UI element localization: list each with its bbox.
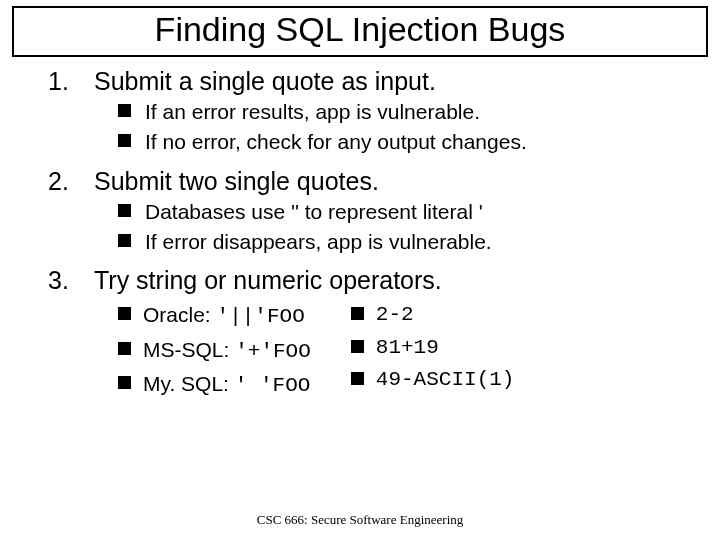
list-item: 2-2 [351, 299, 515, 332]
slide: Finding SQL Injection Bugs 1. Submit a s… [0, 6, 720, 540]
step-text: Try string or numeric operators. [94, 266, 442, 295]
square-bullet-icon [351, 307, 364, 320]
square-bullet-icon [118, 234, 131, 247]
op-label: Oracle: [143, 303, 217, 326]
slide-body: 1. Submit a single quote as input. If an… [0, 67, 720, 403]
list-item: If an error results, app is vulnerable. [118, 98, 692, 126]
square-bullet-icon [351, 340, 364, 353]
list-item-text: Oracle: '||'FOO [143, 299, 305, 334]
list-item-text: Databases use '' to represent literal ' [145, 198, 483, 226]
list-item-text: If error disappears, app is vulnerable. [145, 228, 492, 256]
step-text: Submit two single quotes. [94, 167, 379, 196]
list-item: 49-ASCII(1) [351, 364, 515, 397]
op-code: '||'FOO [217, 305, 305, 328]
step-2-subitems: Databases use '' to represent literal ' … [118, 198, 692, 257]
list-item-text: If an error results, app is vulnerable. [145, 98, 480, 126]
step-3-columns: Oracle: '||'FOO MS-SQL: '+'FOO My. SQL: … [118, 299, 692, 403]
square-bullet-icon [118, 204, 131, 217]
list-item-text: MS-SQL: '+'FOO [143, 334, 311, 369]
list-item: If error disappears, app is vulnerable. [118, 228, 692, 256]
list-item: 81+19 [351, 332, 515, 365]
step-3: 3. Try string or numeric operators. [48, 266, 692, 295]
list-item: MS-SQL: '+'FOO [118, 334, 311, 369]
list-item-text: If no error, check for any output change… [145, 128, 527, 156]
square-bullet-icon [351, 372, 364, 385]
square-bullet-icon [118, 342, 131, 355]
square-bullet-icon [118, 307, 131, 320]
step-2: 2. Submit two single quotes. [48, 167, 692, 196]
square-bullet-icon [118, 376, 131, 389]
list-item-text: My. SQL: ' 'FOO [143, 368, 310, 403]
list-item: If no error, check for any output change… [118, 128, 692, 156]
op-code: ' 'FOO [235, 374, 311, 397]
operators-right-column: 2-2 81+19 49-ASCII(1) [351, 299, 515, 403]
op-code: 2-2 [376, 299, 414, 332]
step-1-subitems: If an error results, app is vulnerable. … [118, 98, 692, 157]
op-code: '+'FOO [235, 340, 311, 363]
list-item: Oracle: '||'FOO [118, 299, 311, 334]
list-item: My. SQL: ' 'FOO [118, 368, 311, 403]
op-code: 81+19 [376, 332, 439, 365]
list-item: Databases use '' to represent literal ' [118, 198, 692, 226]
title-box: Finding SQL Injection Bugs [12, 6, 708, 57]
slide-title: Finding SQL Injection Bugs [22, 10, 698, 49]
step-text: Submit a single quote as input. [94, 67, 436, 96]
step-number: 3. [48, 266, 76, 295]
operators-left-column: Oracle: '||'FOO MS-SQL: '+'FOO My. SQL: … [118, 299, 311, 403]
step-number: 2. [48, 167, 76, 196]
step-1: 1. Submit a single quote as input. [48, 67, 692, 96]
op-label: My. SQL: [143, 372, 235, 395]
step-number: 1. [48, 67, 76, 96]
square-bullet-icon [118, 134, 131, 147]
square-bullet-icon [118, 104, 131, 117]
op-code: 49-ASCII(1) [376, 364, 515, 397]
slide-footer: CSC 666: Secure Software Engineering [0, 512, 720, 528]
op-label: MS-SQL: [143, 338, 235, 361]
